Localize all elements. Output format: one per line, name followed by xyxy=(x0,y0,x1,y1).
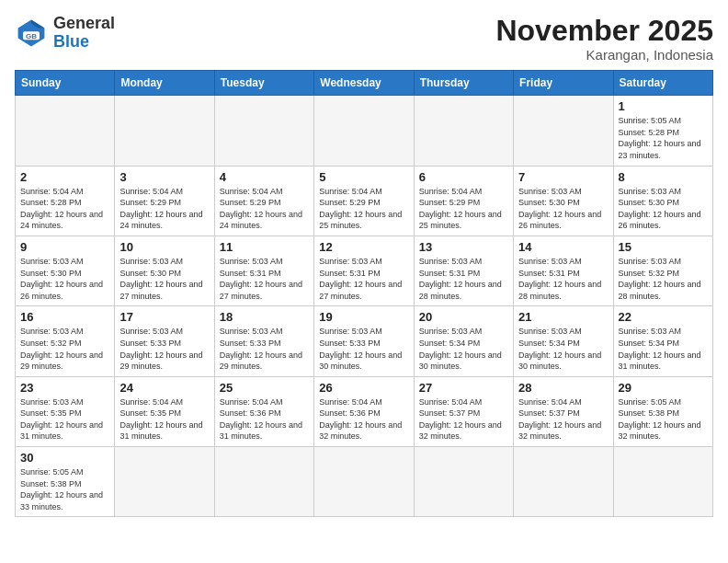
day-number: 10 xyxy=(119,240,209,254)
calendar-table: SundayMondayTuesdayWednesdayThursdayFrid… xyxy=(15,70,713,517)
weekday-header-saturday: Saturday xyxy=(613,71,712,96)
day-number: 29 xyxy=(619,381,708,395)
calendar-cell: 1Sunrise: 5:05 AM Sunset: 5:28 PM Daylig… xyxy=(613,96,712,166)
day-number: 9 xyxy=(20,240,109,254)
location-subtitle: Karangan, Indonesia xyxy=(495,47,713,63)
calendar-cell: 11Sunrise: 5:03 AM Sunset: 5:31 PM Dayli… xyxy=(214,236,313,305)
day-info: Sunrise: 5:04 AM Sunset: 5:29 PM Dayligh… xyxy=(419,186,508,232)
day-info: Sunrise: 5:03 AM Sunset: 5:32 PM Dayligh… xyxy=(20,326,109,372)
calendar-cell: 22Sunrise: 5:03 AM Sunset: 5:34 PM Dayli… xyxy=(613,306,712,376)
calendar-cell xyxy=(514,447,613,517)
day-info: Sunrise: 5:04 AM Sunset: 5:29 PM Dayligh… xyxy=(119,186,209,232)
weekday-header-row: SundayMondayTuesdayWednesdayThursdayFrid… xyxy=(16,71,713,96)
day-info: Sunrise: 5:03 AM Sunset: 5:33 PM Dayligh… xyxy=(319,326,408,372)
day-number: 28 xyxy=(518,381,608,395)
day-info: Sunrise: 5:05 AM Sunset: 5:38 PM Dayligh… xyxy=(619,396,708,442)
calendar-cell: 9Sunrise: 5:03 AM Sunset: 5:30 PM Daylig… xyxy=(16,236,115,305)
day-info: Sunrise: 5:03 AM Sunset: 5:31 PM Dayligh… xyxy=(220,256,309,302)
month-title: November 2025 xyxy=(495,15,713,47)
calendar-cell xyxy=(414,96,513,166)
day-info: Sunrise: 5:03 AM Sunset: 5:35 PM Dayligh… xyxy=(20,396,109,442)
calendar-cell: 30Sunrise: 5:05 AM Sunset: 5:38 PM Dayli… xyxy=(16,447,115,517)
day-info: Sunrise: 5:03 AM Sunset: 5:33 PM Dayligh… xyxy=(220,326,309,372)
calendar-cell xyxy=(16,96,115,166)
day-number: 17 xyxy=(119,310,209,324)
calendar-week-1: 1Sunrise: 5:05 AM Sunset: 5:28 PM Daylig… xyxy=(16,96,713,166)
day-number: 14 xyxy=(518,240,608,254)
day-info: Sunrise: 5:05 AM Sunset: 5:38 PM Dayligh… xyxy=(20,466,109,512)
calendar-cell: 25Sunrise: 5:04 AM Sunset: 5:36 PM Dayli… xyxy=(214,376,313,446)
calendar-cell: 10Sunrise: 5:03 AM Sunset: 5:30 PM Dayli… xyxy=(115,236,214,305)
logo-blue: Blue xyxy=(53,32,89,51)
svg-text:GB: GB xyxy=(26,32,37,40)
day-number: 12 xyxy=(319,240,408,254)
day-number: 20 xyxy=(419,310,508,324)
logo-general: General xyxy=(53,14,115,32)
day-info: Sunrise: 5:04 AM Sunset: 5:28 PM Dayligh… xyxy=(20,186,109,232)
day-number: 13 xyxy=(419,240,508,254)
day-number: 22 xyxy=(619,310,708,324)
day-info: Sunrise: 5:03 AM Sunset: 5:34 PM Dayligh… xyxy=(419,326,508,372)
day-number: 4 xyxy=(220,170,309,184)
day-info: Sunrise: 5:03 AM Sunset: 5:31 PM Dayligh… xyxy=(518,256,608,302)
calendar-cell: 28Sunrise: 5:04 AM Sunset: 5:37 PM Dayli… xyxy=(514,376,613,446)
day-number: 16 xyxy=(20,310,109,324)
calendar-cell xyxy=(514,96,613,166)
day-number: 3 xyxy=(119,170,209,184)
day-info: Sunrise: 5:03 AM Sunset: 5:30 PM Dayligh… xyxy=(119,256,209,302)
day-info: Sunrise: 5:03 AM Sunset: 5:30 PM Dayligh… xyxy=(20,256,109,302)
day-info: Sunrise: 5:03 AM Sunset: 5:30 PM Dayligh… xyxy=(518,186,608,232)
calendar-cell: 24Sunrise: 5:04 AM Sunset: 5:35 PM Dayli… xyxy=(115,376,214,446)
day-info: Sunrise: 5:03 AM Sunset: 5:34 PM Dayligh… xyxy=(619,326,708,372)
day-number: 19 xyxy=(319,310,408,324)
calendar-cell xyxy=(314,96,414,166)
day-info: Sunrise: 5:03 AM Sunset: 5:34 PM Dayligh… xyxy=(518,326,608,372)
calendar-cell: 17Sunrise: 5:03 AM Sunset: 5:33 PM Dayli… xyxy=(115,306,214,376)
calendar-cell xyxy=(414,447,513,517)
calendar-cell: 12Sunrise: 5:03 AM Sunset: 5:31 PM Dayli… xyxy=(314,236,414,305)
calendar-cell: 29Sunrise: 5:05 AM Sunset: 5:38 PM Dayli… xyxy=(613,376,712,446)
calendar-cell: 8Sunrise: 5:03 AM Sunset: 5:30 PM Daylig… xyxy=(613,166,712,236)
weekday-header-friday: Friday xyxy=(514,71,613,96)
calendar-cell: 14Sunrise: 5:03 AM Sunset: 5:31 PM Dayli… xyxy=(514,236,613,305)
weekday-header-monday: Monday xyxy=(115,71,214,96)
day-number: 15 xyxy=(619,240,708,254)
weekday-header-thursday: Thursday xyxy=(414,71,513,96)
calendar-week-4: 16Sunrise: 5:03 AM Sunset: 5:32 PM Dayli… xyxy=(16,306,713,376)
logo: GB General Blue xyxy=(15,15,115,52)
day-info: Sunrise: 5:04 AM Sunset: 5:29 PM Dayligh… xyxy=(319,186,408,232)
calendar-cell: 5Sunrise: 5:04 AM Sunset: 5:29 PM Daylig… xyxy=(314,166,414,236)
calendar-cell: 7Sunrise: 5:03 AM Sunset: 5:30 PM Daylig… xyxy=(514,166,613,236)
weekday-header-wednesday: Wednesday xyxy=(314,71,414,96)
day-info: Sunrise: 5:05 AM Sunset: 5:28 PM Dayligh… xyxy=(619,115,708,161)
calendar-cell: 19Sunrise: 5:03 AM Sunset: 5:33 PM Dayli… xyxy=(314,306,414,376)
calendar-cell: 26Sunrise: 5:04 AM Sunset: 5:36 PM Dayli… xyxy=(314,376,414,446)
day-number: 18 xyxy=(220,310,309,324)
calendar-week-5: 23Sunrise: 5:03 AM Sunset: 5:35 PM Dayli… xyxy=(16,376,713,446)
day-info: Sunrise: 5:03 AM Sunset: 5:31 PM Dayligh… xyxy=(319,256,408,302)
calendar-week-2: 2Sunrise: 5:04 AM Sunset: 5:28 PM Daylig… xyxy=(16,166,713,236)
day-number: 24 xyxy=(119,381,209,395)
calendar-cell xyxy=(613,447,712,517)
day-info: Sunrise: 5:04 AM Sunset: 5:36 PM Dayligh… xyxy=(319,396,408,442)
day-number: 8 xyxy=(619,170,708,184)
day-info: Sunrise: 5:04 AM Sunset: 5:35 PM Dayligh… xyxy=(119,396,209,442)
calendar-week-6: 30Sunrise: 5:05 AM Sunset: 5:38 PM Dayli… xyxy=(16,447,713,517)
calendar-cell xyxy=(115,96,214,166)
day-number: 23 xyxy=(20,381,109,395)
calendar-cell: 23Sunrise: 5:03 AM Sunset: 5:35 PM Dayli… xyxy=(16,376,115,446)
day-info: Sunrise: 5:03 AM Sunset: 5:32 PM Dayligh… xyxy=(619,256,708,302)
day-number: 26 xyxy=(319,381,408,395)
generalblue-logo-icon: GB xyxy=(15,17,48,50)
day-number: 11 xyxy=(220,240,309,254)
title-section: November 2025 Karangan, Indonesia xyxy=(495,15,713,63)
weekday-header-sunday: Sunday xyxy=(16,71,115,96)
day-number: 1 xyxy=(619,99,708,113)
calendar-cell: 18Sunrise: 5:03 AM Sunset: 5:33 PM Dayli… xyxy=(214,306,313,376)
calendar-cell: 4Sunrise: 5:04 AM Sunset: 5:29 PM Daylig… xyxy=(214,166,313,236)
calendar-cell: 27Sunrise: 5:04 AM Sunset: 5:37 PM Dayli… xyxy=(414,376,513,446)
calendar-cell: 21Sunrise: 5:03 AM Sunset: 5:34 PM Dayli… xyxy=(514,306,613,376)
day-number: 21 xyxy=(518,310,608,324)
day-number: 25 xyxy=(220,381,309,395)
day-number: 30 xyxy=(20,451,109,465)
